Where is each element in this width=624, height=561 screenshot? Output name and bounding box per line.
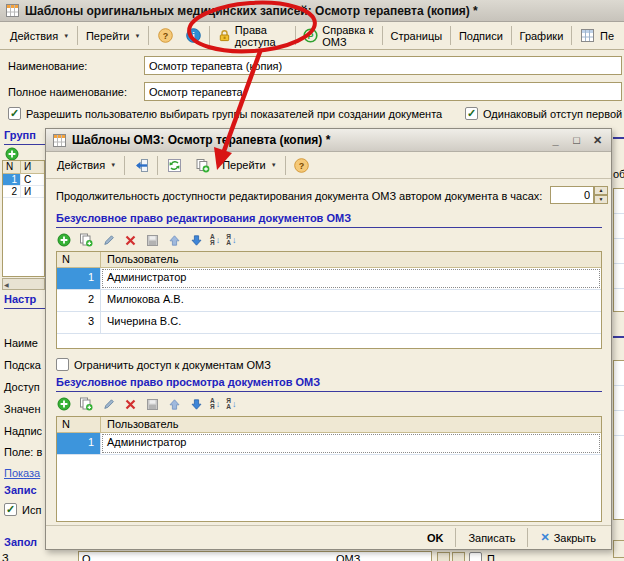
table-row[interactable]: 1 Администратор <box>57 268 601 290</box>
spin-down-icon[interactable]: ▼ <box>594 195 608 204</box>
separator <box>157 156 158 175</box>
field-label: Значен <box>4 403 41 415</box>
goto-button[interactable]: Перейти ▼ <box>80 27 147 45</box>
edit-section-header: Безусловное право редактирования докумен… <box>56 212 602 228</box>
row-number[interactable]: 1 <box>57 268 101 289</box>
separator <box>148 26 149 45</box>
dialog-goto-button[interactable]: Перейти ▼ <box>216 156 283 174</box>
mini-row-name[interactable]: С <box>21 174 34 185</box>
view-rights-table[interactable]: N Пользователь 1 Администратор <box>56 416 602 522</box>
svg-text:?: ? <box>299 161 305 171</box>
omz-help-label: Справка к ОМЗ <box>322 24 374 48</box>
post-document-button[interactable] <box>127 154 155 176</box>
spin-up-icon[interactable]: ▲ <box>594 186 608 195</box>
minimize-button[interactable]: _ <box>547 133 564 148</box>
reread-button[interactable] <box>160 154 188 176</box>
duration-input[interactable] <box>550 186 594 204</box>
bottom-input-text: О <box>82 553 91 561</box>
add-icon[interactable] <box>56 396 72 412</box>
mini-row[interactable]: 1 С <box>3 174 44 186</box>
row-user[interactable]: Администратор <box>101 433 601 454</box>
move-down-icon[interactable] <box>188 396 204 412</box>
mini-row-n[interactable]: 2 <box>3 186 21 197</box>
groups-section-header: Групп <box>4 129 45 145</box>
charts-button[interactable]: Графики <box>514 27 570 45</box>
mini-row-n[interactable]: 1 <box>3 174 21 185</box>
sort-descending-icon[interactable]: ЯА ↓ <box>226 398 236 410</box>
cut-toolbar-button[interactable]: Пе <box>574 25 620 47</box>
name-input[interactable] <box>144 56 622 75</box>
end-edit-icon[interactable] <box>144 396 160 412</box>
help-icon: ? <box>294 157 310 173</box>
delete-icon[interactable] <box>122 396 138 412</box>
edit-pencil-icon[interactable] <box>100 232 116 248</box>
scroll-left-icon[interactable]: ◀ <box>4 281 9 288</box>
edit-rights-table[interactable]: N Пользователь 1 Администратор 2 Милюков… <box>56 251 602 349</box>
copy-button[interactable] <box>188 154 216 176</box>
mini-row-name[interactable]: И <box>21 186 34 197</box>
maximize-button[interactable]: □ <box>568 133 585 148</box>
ellipsis-button[interactable] <box>437 552 450 561</box>
field-label: Подска <box>4 359 41 371</box>
table-grid-icon <box>51 132 67 148</box>
move-up-icon[interactable] <box>166 232 182 248</box>
copy-plus-icon[interactable] <box>78 396 94 412</box>
table-row[interactable]: 3 Чичерина В.С. <box>57 312 601 334</box>
fullname-input[interactable] <box>144 82 622 101</box>
row-user[interactable]: Администратор <box>101 268 601 289</box>
mini-row[interactable]: 2 И <box>3 186 44 198</box>
row-number[interactable]: 3 <box>57 312 101 333</box>
signatures-button[interactable]: Подписи <box>453 27 509 45</box>
end-edit-icon[interactable] <box>144 232 160 248</box>
dialog-titlebar[interactable]: Шаблоны ОМЗ: Осмотр терапевта (копия) * … <box>46 129 611 152</box>
info-button[interactable]: i <box>179 25 207 47</box>
clear-button[interactable] <box>452 552 465 561</box>
bottom-input[interactable]: О ОМЗ <box>78 551 432 561</box>
close-button[interactable]: ✕ <box>589 133 606 148</box>
dialog-title: Шаблоны ОМЗ: Осмотр терапевта (копия) * <box>72 133 330 147</box>
same-indent-checkbox[interactable]: ✓ Одинаковый отступ первой ко <box>465 107 624 120</box>
sort-descending-icon[interactable]: ЯА ↓ <box>226 234 236 246</box>
mini-table-header: N И <box>3 161 44 174</box>
allow-groups-checkbox[interactable]: ✓ Разрешить пользователю выбирать группы… <box>8 107 442 120</box>
sort-ascending-icon[interactable]: АЯ ↓ <box>210 234 220 246</box>
move-down-icon[interactable] <box>188 232 204 248</box>
separator <box>527 528 528 547</box>
close-dialog-button[interactable]: ✕ Закрыть <box>530 528 606 547</box>
main-window-titlebar: Шаблоны оригинальных медицинских записей… <box>0 0 624 22</box>
row-number[interactable]: 1 <box>57 433 101 454</box>
actions-button[interactable]: Действия ▼ <box>4 27 75 45</box>
copy-plus-icon <box>194 157 210 173</box>
row-user[interactable]: Чичерина В.С. <box>101 312 601 333</box>
reference-circle-icon: Р <box>303 28 318 44</box>
bottom-checkbox[interactable]: П <box>469 552 495 561</box>
checkbox-unchecked-icon <box>56 358 69 371</box>
copy-plus-icon[interactable] <box>78 232 94 248</box>
table-row[interactable]: 1 Администратор <box>57 433 601 455</box>
row-user[interactable]: Милюкова А.В. <box>101 290 601 311</box>
horizontal-scrollbar[interactable]: ◀ <box>2 278 45 290</box>
duration-spinner[interactable]: ▲ ▼ <box>594 186 608 204</box>
ok-button[interactable]: OK <box>417 529 454 547</box>
mini-col-n: N <box>3 161 21 173</box>
dialog-actions-button[interactable]: Действия ▼ <box>51 156 122 174</box>
move-up-icon[interactable] <box>166 396 182 412</box>
access-rights-button[interactable]: Права доступа <box>212 21 293 51</box>
help-button[interactable]: ? <box>151 25 179 47</box>
dialog-toolbar: Действия ▼ Перейти ▼ ? <box>46 152 611 179</box>
dialog-help-button[interactable]: ? <box>288 154 316 176</box>
pages-button[interactable]: Страницы <box>385 27 449 45</box>
groups-mini-table[interactable]: N И 1 С 2 И <box>2 160 45 277</box>
table-row[interactable]: 2 Милюкова А.В. <box>57 290 601 312</box>
edit-pencil-icon[interactable] <box>100 396 116 412</box>
omz-help-button[interactable]: Р Справка к ОМЗ <box>297 21 380 51</box>
use-checkbox[interactable]: ✓ Исп <box>4 503 41 516</box>
check-mark: ✓ <box>10 107 19 119</box>
sort-ascending-icon[interactable]: АЯ ↓ <box>210 398 220 410</box>
row-number[interactable]: 2 <box>57 290 101 311</box>
add-icon[interactable] <box>56 232 72 248</box>
indicators-link[interactable]: Показа <box>4 467 40 479</box>
restrict-access-checkbox[interactable]: Ограничить доступ к документам ОМЗ <box>56 358 271 371</box>
delete-icon[interactable] <box>122 232 138 248</box>
write-button[interactable]: Записать <box>458 529 525 547</box>
